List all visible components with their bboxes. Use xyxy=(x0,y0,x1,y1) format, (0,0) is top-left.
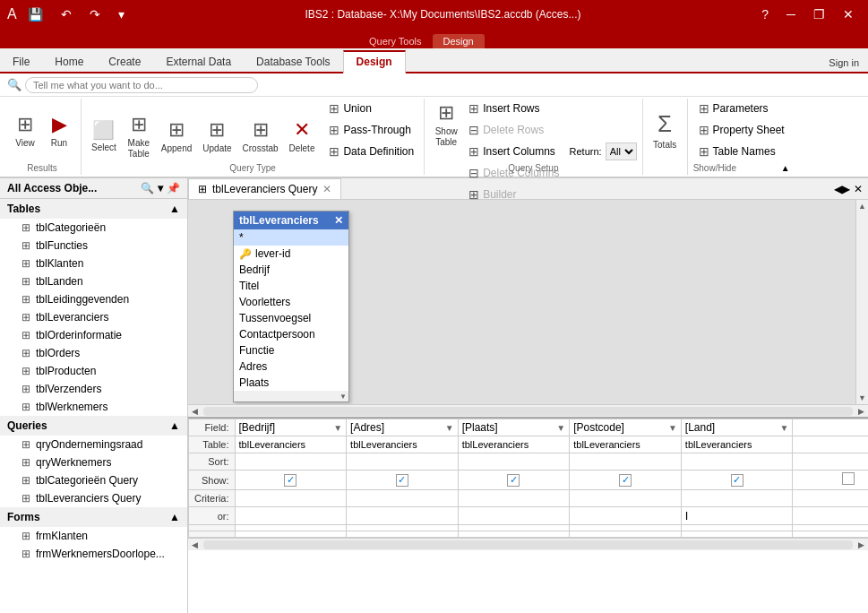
qbe-cell-criteria-4[interactable] xyxy=(681,490,793,507)
qbe-cell-table-3[interactable]: tblLeveranciers xyxy=(570,436,682,453)
insert-columns-button[interactable]: ⊞ Insert Columns xyxy=(464,142,563,161)
append-button[interactable]: ⊞ Append xyxy=(157,116,196,157)
show-checkbox-3[interactable]: ✓ xyxy=(619,474,632,487)
sidebar-item-tblCategorieënQuery[interactable]: ⊞ tblCategorieën Query xyxy=(0,471,187,489)
field-dropdown-arrow-icon[interactable]: ▼ xyxy=(780,423,789,433)
qbe-cell-criteria-1[interactable] xyxy=(347,490,459,507)
sidebar-section-forms[interactable]: Forms ▲ xyxy=(0,507,187,527)
qbe-cell-show-1[interactable]: ✓ xyxy=(347,471,459,490)
field-dropdown-3[interactable]: [Postcode] ▼ xyxy=(573,421,677,434)
qbe-cell-show-2[interactable]: ✓ xyxy=(458,471,570,490)
show-checkbox-1[interactable]: ✓ xyxy=(396,474,408,487)
delete-rows-button[interactable]: ⊟ Delete Rows xyxy=(464,120,563,140)
sidebar-item-tblLeidinggevenden[interactable]: ⊞ tblLeidinggevenden xyxy=(0,290,187,308)
query-field-star[interactable]: * xyxy=(234,229,348,246)
field-dropdown-arrow-icon[interactable]: ▼ xyxy=(333,423,342,433)
qbe-cell-show-5[interactable] xyxy=(793,471,868,490)
qbe-cell-table-0[interactable]: tblLeveranciers xyxy=(235,436,347,453)
redo-button[interactable]: ↷ xyxy=(82,4,107,25)
scroll-down-arrow[interactable]: ▼ xyxy=(858,393,866,402)
qbe-cell-sort-3[interactable] xyxy=(570,453,682,471)
tab-external-data[interactable]: External Data xyxy=(153,52,244,72)
qbe-cell-extra-1[interactable] xyxy=(347,525,459,531)
qbe-cell-extra2-3[interactable] xyxy=(570,531,682,538)
qbe-cell-sort-2[interactable] xyxy=(458,453,570,471)
sidebar-item-tblVerzenders[interactable]: ⊞ tblVerzenders xyxy=(0,380,187,398)
sidebar-section-queries[interactable]: Queries ▲ xyxy=(0,416,187,436)
field-dropdown-1[interactable]: [Adres] ▼ xyxy=(350,421,454,434)
scroll-right-arrow[interactable]: ▶ xyxy=(855,407,868,416)
qbe-cell-criteria-0[interactable] xyxy=(235,490,347,507)
qbe-cell-criteria-2[interactable] xyxy=(458,490,570,507)
scroll-up-arrow[interactable]: ▲ xyxy=(858,202,866,211)
qbe-cell-extra2-0[interactable] xyxy=(235,531,347,538)
data-definition-button[interactable]: ⊞ Data Definition xyxy=(324,142,418,161)
qbe-cell-criteria-5[interactable] xyxy=(793,490,868,507)
field-dropdown-arrow-icon[interactable]: ▼ xyxy=(556,423,565,433)
sidebar-item-frmKlanten[interactable]: ⊞ frmKlanten xyxy=(0,527,187,545)
qbe-h-scroll-thumb[interactable] xyxy=(203,540,853,549)
query-field-tussenvoegsel[interactable]: Tussenvoegsel xyxy=(234,310,348,326)
context-tab-design[interactable]: Design xyxy=(433,34,485,48)
show-checkbox-4[interactable]: ✓ xyxy=(731,474,743,487)
delete-button[interactable]: ✕ Delete xyxy=(285,116,320,157)
union-button[interactable]: ⊞ Union xyxy=(324,99,418,118)
field-dropdown-2[interactable]: [Plaats] ▼ xyxy=(462,421,566,434)
qbe-cell-extra2-1[interactable] xyxy=(347,531,459,538)
help-button[interactable]: ? xyxy=(754,4,776,25)
query-field-bedrijf[interactable]: Bedrijf xyxy=(234,262,348,278)
sidebar-section-tables[interactable]: Tables ▲ xyxy=(0,199,187,219)
qbe-cell-or-0[interactable] xyxy=(235,507,347,525)
show-checkbox-0[interactable]: ✓ xyxy=(284,474,296,487)
qbe-cell-field-3[interactable]: [Postcode] ▼ xyxy=(570,419,682,436)
qbe-cell-extra2-2[interactable] xyxy=(458,531,570,538)
qbe-cell-show-0[interactable]: ✓ xyxy=(235,471,347,490)
qbe-scroll-right-arrow[interactable]: ▶ xyxy=(855,540,868,549)
sidebar-item-tblKlanten[interactable]: ⊞ tblKlanten xyxy=(0,255,187,272)
query-field-voorletters[interactable]: Voorletters xyxy=(234,294,348,310)
qbe-cell-criteria-3[interactable] xyxy=(570,490,682,507)
h-scroll-thumb[interactable] xyxy=(203,407,853,416)
qbe-cell-extra-0[interactable] xyxy=(235,525,347,531)
scroll-left-arrow[interactable]: ◀ xyxy=(188,407,202,416)
qbe-cell-field-1[interactable]: [Adres] ▼ xyxy=(347,419,459,436)
customize-qat-button[interactable]: ▾ xyxy=(111,4,132,25)
sidebar-item-tblFuncties[interactable]: ⊞ tblFuncties xyxy=(0,237,187,255)
query-field-titel[interactable]: Titel xyxy=(234,278,348,294)
insert-rows-button[interactable]: ⊞ Insert Rows xyxy=(464,99,563,118)
qbe-scroll-left-arrow[interactable]: ◀ xyxy=(188,540,202,549)
field-dropdown-0[interactable]: [Bedrijf] ▼ xyxy=(239,421,343,434)
qbe-cell-extra2-4[interactable] xyxy=(681,531,793,538)
sidebar-item-tblOrders[interactable]: ⊞ tblOrders xyxy=(0,344,187,362)
select-button[interactable]: ⬜ Select xyxy=(87,117,121,156)
sidebar-item-tblWerknemers[interactable]: ⊞ tblWerknemers xyxy=(0,398,187,416)
tab-home[interactable]: Home xyxy=(42,52,96,72)
qbe-cell-or-2[interactable] xyxy=(458,507,570,525)
field-dropdown-4[interactable]: [Land] ▼ xyxy=(685,421,789,434)
parameters-button[interactable]: ⊞ Parameters xyxy=(694,99,789,118)
qbe-cell-field-5[interactable] xyxy=(793,419,868,436)
qbe-cell-extra-5[interactable] xyxy=(793,525,868,531)
field-dropdown-arrow-icon[interactable]: ▼ xyxy=(668,423,677,433)
show-checkbox-5[interactable] xyxy=(842,472,855,485)
qbe-cell-sort-0[interactable] xyxy=(235,453,347,471)
show-checkbox-2[interactable]: ✓ xyxy=(507,474,520,487)
qbe-cell-sort-1[interactable] xyxy=(347,453,459,471)
tell-me-input[interactable] xyxy=(25,77,258,93)
query-field-plaats[interactable]: Plaats xyxy=(234,375,348,391)
qbe-cell-field-0[interactable]: [Bedrijf] ▼ xyxy=(235,419,347,436)
tab-database-tools[interactable]: Database Tools xyxy=(244,52,343,72)
tab-create[interactable]: Create xyxy=(96,52,153,72)
qbe-cell-sort-5[interactable] xyxy=(793,453,868,471)
tab-bar-arrows-icon[interactable]: ◀▶ xyxy=(834,183,850,195)
qbe-cell-extra2-5[interactable] xyxy=(793,531,868,538)
pass-through-button[interactable]: ⊞ Pass-Through xyxy=(324,120,418,140)
save-button[interactable]: 💾 xyxy=(21,4,50,25)
qbe-cell-or-5[interactable] xyxy=(793,507,868,525)
return-select[interactable]: All xyxy=(606,142,637,160)
sidebar-item-qryOndernemingsraad[interactable]: ⊞ qryOndernemingsraad xyxy=(0,436,187,453)
sidebar-item-tblCategorieën[interactable]: ⊞ tblCategorieën xyxy=(0,219,187,237)
qbe-cell-table-5[interactable] xyxy=(793,436,868,453)
run-button[interactable]: ▶ Run xyxy=(43,110,75,151)
sign-in-link[interactable]: Sign in xyxy=(820,54,868,72)
